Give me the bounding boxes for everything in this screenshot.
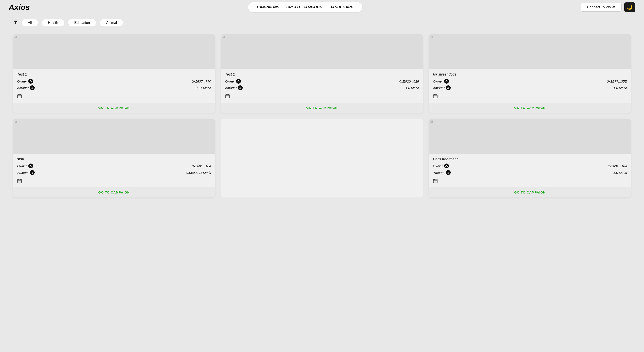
amount-label-2: Amount $: [433, 85, 450, 90]
owner-icon-1: [236, 79, 241, 84]
campaign-card-2: 🖼 for street dogs Owner 0x1B77...35E Amo…: [429, 34, 631, 113]
amount-icon-5: $: [446, 170, 451, 175]
card-body-2: for street dogs Owner 0x1B77...35E Amoun…: [429, 69, 631, 102]
svg-rect-7: [226, 95, 230, 98]
campaign-title-0: Test 1: [17, 72, 211, 77]
calendar-icon-5: [433, 177, 627, 186]
owner-label-5: Owner: [433, 164, 449, 168]
go-to-campaign-button-2[interactable]: GO TO CAMPAIGN: [514, 106, 546, 109]
header: Axios CAMPAIGNS CREATE CAMPAIGN DASHBOAR…: [0, 0, 644, 14]
owner-label-3: Owner: [17, 164, 33, 168]
campaign-title-2: for street dogs: [433, 72, 627, 77]
owner-label-1: Owner: [225, 79, 241, 84]
campaign-image-1: 🖼: [221, 34, 423, 69]
filter-animal-button[interactable]: Animal: [100, 19, 123, 27]
dark-mode-toggle[interactable]: 🌙: [624, 2, 635, 12]
card-footer-0: GO TO CAMPAIGN: [13, 103, 215, 113]
owner-label-text-0: Owner: [17, 79, 27, 83]
connect-wallet-button[interactable]: Connect To Wallet: [581, 3, 622, 11]
amount-value-5: 5.0 Matic: [613, 171, 627, 175]
calendar-icon-1: [225, 92, 419, 102]
owner-value-0: 0x1837...770: [192, 79, 211, 83]
amount-icon-3: $: [30, 170, 35, 175]
svg-rect-2: [18, 95, 22, 98]
amount-label-0: Amount $: [17, 85, 35, 90]
campaign-title-3: start: [17, 157, 211, 161]
broken-image-icon-3: 🖼: [14, 120, 18, 123]
owner-row-0: Owner 0x1837...770: [17, 79, 211, 84]
amount-row-3: Amount $ 0.0000001 Matic: [17, 170, 211, 175]
amount-value-3: 0.0000001 Matic: [186, 171, 211, 175]
calendar-icon-0: [17, 92, 211, 102]
campaign-image-2: 🖼: [429, 34, 631, 69]
campaigns-grid: 🖼 Test 1 Owner 0x1837...770 Amount $ 0.0…: [0, 29, 644, 206]
broken-image-icon-5: 🖼: [430, 120, 433, 123]
card-body-3: start Owner 0x2601...18a Amount $ 0.0000…: [13, 154, 215, 186]
amount-label-3: Amount $: [17, 170, 35, 175]
nav-campaigns[interactable]: CAMPAIGNS: [257, 5, 279, 9]
amount-row-2: Amount $ 1.0 Matic: [433, 85, 627, 90]
go-to-campaign-button-0[interactable]: GO TO CAMPAIGN: [98, 106, 130, 109]
card-footer-5: GO TO CAMPAIGN: [429, 187, 631, 197]
campaign-card-3: 🖼 start Owner 0x2601...18a Amount $ 0.00…: [13, 119, 215, 197]
calendar-icon-3: [17, 177, 211, 186]
filter-education-button[interactable]: Education: [68, 19, 96, 27]
filter-all-button[interactable]: All: [22, 19, 38, 27]
campaign-title-5: Pet's treatment: [433, 157, 627, 161]
broken-image-icon-1: 🖼: [222, 35, 226, 38]
amount-label-text-0: Amount: [17, 86, 28, 90]
campaign-image-5: 🖼: [429, 119, 631, 154]
owner-value-3: 0x2601...18a: [192, 164, 211, 168]
svg-marker-0: [14, 20, 18, 24]
moon-icon: 🌙: [627, 4, 632, 10]
owner-icon-3: [28, 164, 33, 168]
owner-row-2: Owner 0x1B77...35E: [433, 79, 627, 84]
owner-icon-0: [28, 79, 33, 84]
filter-bar: All Health Education Animal: [0, 14, 644, 29]
card-footer-3: GO TO CAMPAIGN: [13, 187, 215, 197]
broken-image-icon-2: 🖼: [430, 35, 433, 38]
go-to-campaign-button-5[interactable]: GO TO CAMPAIGN: [514, 191, 546, 194]
amount-value-1: 1.0 Matic: [406, 86, 419, 90]
owner-value-1: 0xE920...028: [400, 79, 419, 83]
campaign-card-0: 🖼 Test 1 Owner 0x1837...770 Amount $ 0.0…: [13, 34, 215, 113]
amount-value-0: 0.01 Matic: [196, 86, 211, 90]
owner-row-5: Owner 0x2601...18a: [433, 164, 627, 168]
logo: Axios: [9, 3, 30, 11]
card-footer-1: GO TO CAMPAIGN: [221, 103, 423, 113]
broken-image-icon-0: 🖼: [14, 35, 18, 38]
amount-row-5: Amount $ 5.0 Matic: [433, 170, 627, 175]
card-body-1: Test 2 Owner 0xE920...028 Amount $ 1.0 M…: [221, 69, 423, 102]
owner-icon-2: [444, 79, 449, 84]
campaign-card-empty: [221, 119, 423, 197]
card-body-5: Pet's treatment Owner 0x2601...18a Amoun…: [429, 154, 631, 186]
amount-row-1: Amount $ 1.0 Matic: [225, 85, 419, 90]
amount-label-1: Amount $: [225, 85, 243, 90]
owner-label-2: Owner: [433, 79, 449, 84]
svg-rect-22: [433, 179, 437, 183]
owner-row-3: Owner 0x2601...18a: [17, 164, 211, 168]
campaign-card-1: 🖼 Test 2 Owner 0xE920...028 Amount $ 1.0…: [221, 34, 423, 113]
amount-icon-1: $: [238, 85, 243, 90]
svg-rect-17: [18, 179, 22, 183]
amount-icon-2: $: [446, 85, 451, 90]
amount-row-0: Amount $ 0.01 Matic: [17, 85, 211, 90]
nav-create-campaign[interactable]: CREATE CAMPAIGN: [286, 5, 322, 9]
owner-value-2: 0x1B77...35E: [607, 79, 627, 83]
campaign-title-1: Test 2: [225, 72, 419, 77]
nav-dashboard[interactable]: DASHBOARD: [330, 5, 354, 9]
amount-label-5: Amount $: [433, 170, 450, 175]
campaign-image-3: 🖼: [13, 119, 215, 154]
owner-value-5: 0x2601...18a: [608, 164, 627, 168]
svg-rect-12: [433, 95, 437, 98]
amount-value-2: 1.0 Matic: [613, 86, 627, 90]
owner-row-1: Owner 0xE920...028: [225, 79, 419, 84]
campaign-card-5: 🖼 Pet's treatment Owner 0x2601...18a Amo…: [429, 119, 631, 197]
go-to-campaign-button-1[interactable]: GO TO CAMPAIGN: [306, 106, 338, 109]
calendar-icon-2: [433, 92, 627, 102]
go-to-campaign-button-3[interactable]: GO TO CAMPAIGN: [98, 191, 130, 194]
owner-icon-5: [444, 164, 449, 168]
campaign-image-0: 🖼: [13, 34, 215, 69]
filter-health-button[interactable]: Health: [42, 19, 64, 27]
owner-label-0: Owner: [17, 79, 33, 84]
